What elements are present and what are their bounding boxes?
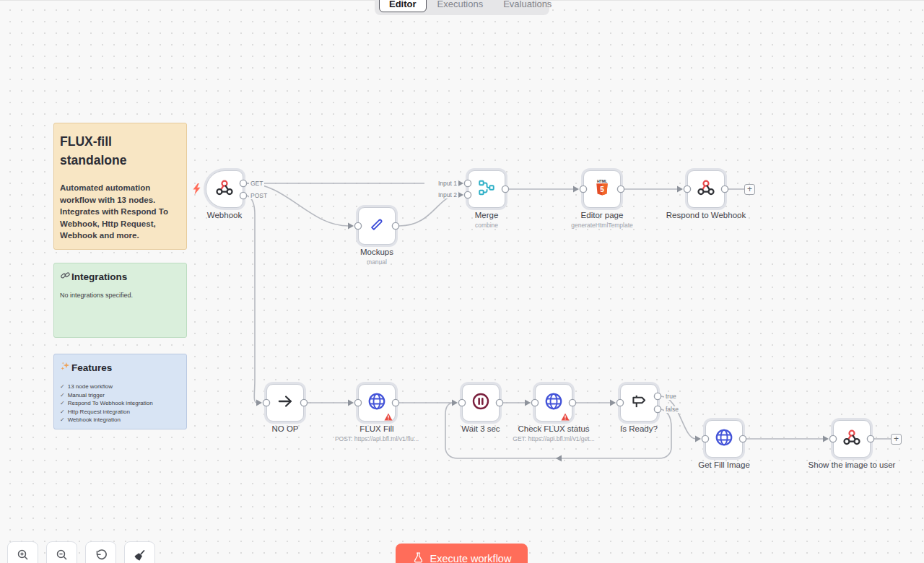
node-label: Get Fill Image [698, 461, 750, 469]
add-node-button[interactable]: + [891, 434, 902, 445]
merge-icon [477, 178, 496, 200]
webhook-icon [696, 178, 716, 201]
node-label: Webhook [207, 211, 242, 219]
warning-icon [561, 411, 570, 419]
output-label-true: true [664, 393, 678, 400]
zoom-in-icon [16, 548, 30, 563]
check-icon: ✓ [60, 392, 65, 398]
feature-item: 13 node workflow [68, 383, 113, 390]
node-sublabel: POST: https://api.bfl.ml/v1/flu... [335, 435, 419, 442]
input-label-input1: Input 1 [424, 180, 458, 187]
node-respond-to-webhook[interactable]: Respond to Webhook [687, 170, 725, 208]
tab-evaluations[interactable]: Evaluations [494, 0, 561, 12]
undo-button[interactable] [85, 541, 116, 563]
webhook-icon [214, 178, 235, 201]
node-sublabel: GET: https://api.bfl.ml/v1/get... [513, 435, 594, 442]
features-title: Features [71, 362, 112, 373]
sticky-note-title[interactable]: FLUX-fill standalone Automated automatio… [53, 123, 187, 250]
node-label: NO OP [271, 424, 298, 433]
node-sublabel: generateHtmlTemplate [571, 222, 633, 229]
node-label: FLUX Fill [359, 424, 393, 433]
feature-item: Webhook integration [68, 416, 121, 423]
node-label: Wait 3 sec [461, 424, 500, 433]
features-list: ✓13 node workflow ✓Manual trigger ✓Respo… [60, 383, 180, 423]
node-label: Show the image to user [808, 461, 896, 469]
node-check-flux-status[interactable]: Check FLUX status GET: https://api.bfl.m… [535, 384, 572, 422]
broom-icon [133, 548, 147, 563]
view-switcher: Editor Executions Evaluations [375, 0, 549, 15]
svg-text:HTML: HTML [597, 179, 607, 183]
node-show-image[interactable]: Show the image to user [833, 420, 871, 458]
feature-item: Manual trigger [68, 392, 105, 398]
warning-icon [384, 411, 393, 419]
feature-item: Respond To Webhook integration [68, 400, 153, 406]
node-webhook[interactable]: Webhook [206, 170, 243, 208]
add-node-button[interactable]: + [744, 184, 755, 195]
node-label: Mockups [360, 248, 393, 256]
edit-pen-icon [367, 215, 386, 237]
node-editor-page[interactable]: HTML 5 Editor page generateHtmlTemplate [583, 170, 621, 208]
node-label: Editor page [581, 211, 624, 219]
check-icon: ✓ [60, 416, 65, 423]
check-icon: ✓ [60, 383, 65, 390]
integrations-title: Integrations [71, 271, 127, 282]
sticky-note-features[interactable]: Features ✓13 node workflow ✓Manual trigg… [53, 354, 187, 429]
sticky-title-text: FLUX-fill standalone [60, 132, 180, 170]
output-label-post: POST [249, 193, 269, 199]
execute-workflow-button[interactable]: Execute workflow [396, 544, 528, 563]
html5-icon: HTML 5 [592, 178, 612, 201]
node-sublabel: combine [475, 222, 498, 229]
tidy-up-button[interactable] [124, 541, 155, 563]
globe-icon [713, 427, 735, 451]
webhook-icon [842, 427, 862, 450]
integrations-body: No integrations specified. [60, 292, 180, 299]
sparkles-icon [60, 361, 71, 374]
node-merge[interactable]: Merge combine [468, 170, 505, 208]
node-sublabel: manual [367, 258, 387, 266]
trigger-bolt-icon [192, 183, 201, 198]
sticky-body-text: Automated automation workflow with 13 no… [60, 182, 180, 242]
node-get-fill-image[interactable]: Get Fill Image [705, 420, 743, 458]
node-mockups[interactable]: Mockups manual [358, 207, 396, 245]
node-wait[interactable]: Wait 3 sec [462, 384, 500, 422]
check-icon: ✓ [60, 400, 65, 406]
input-label-input2: Input 2 [424, 192, 458, 198]
sticky-note-integrations[interactable]: Integrations No integrations specified. [53, 263, 187, 338]
tab-editor[interactable]: Editor [379, 0, 427, 12]
node-flux-fill[interactable]: FLUX Fill POST: https://api.bfl.ml/v1/fl… [358, 384, 396, 422]
zoom-out-button[interactable] [46, 541, 77, 563]
output-label-false: false [664, 406, 680, 413]
pause-icon [471, 391, 491, 414]
tab-executions[interactable]: Executions [428, 0, 493, 12]
output-label-get: GET [249, 180, 264, 187]
node-label: Merge [475, 211, 499, 219]
node-label: Is Ready? [620, 424, 658, 433]
node-label: Respond to Webhook [666, 211, 746, 219]
zoom-out-icon [55, 548, 69, 563]
execute-workflow-label: Execute workflow [430, 553, 512, 563]
signpost-icon [629, 392, 648, 414]
feature-item: Http Request integration [68, 409, 130, 415]
arrow-right-icon [276, 392, 295, 414]
svg-text:5: 5 [600, 186, 604, 193]
node-label: Check FLUX status [518, 424, 589, 433]
undo-icon [94, 548, 108, 563]
node-is-ready[interactable]: Is Ready? [620, 384, 658, 422]
link-icon [60, 270, 71, 283]
zoom-in-button[interactable] [7, 541, 38, 563]
flask-icon [412, 551, 424, 563]
check-icon: ✓ [60, 409, 65, 415]
node-no-op[interactable]: NO OP [266, 384, 304, 422]
